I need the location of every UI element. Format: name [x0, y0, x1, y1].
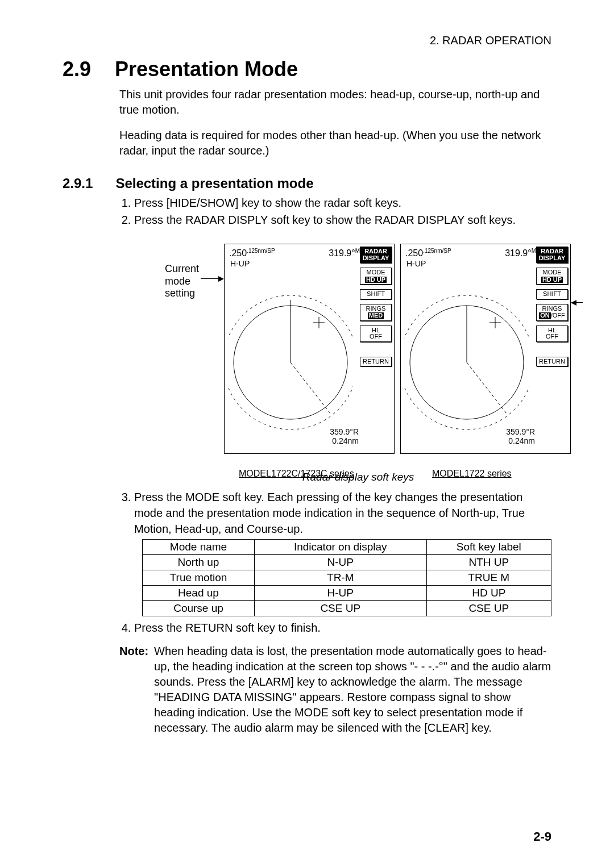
softkey-return[interactable]: RETURN: [536, 357, 568, 367]
cell: CSE UP: [255, 601, 427, 616]
table-header: Mode name: [143, 540, 255, 555]
page-number: 2-9: [533, 829, 551, 844]
steps-list-top: Press [HIDE/SHOW] key to show the radar …: [119, 195, 551, 228]
cell: TR-M: [255, 570, 427, 586]
radar-panel-1722c: .250.125nm/SP 319.9°M H-UP: [224, 244, 395, 454]
note-body: When heading data is lost, the presentat…: [154, 644, 551, 736]
softkey-radar-display[interactable]: RADAR DISPLAY: [360, 247, 392, 263]
table-header: Indicator on display: [255, 540, 427, 555]
svg-line-12: [467, 362, 507, 414]
subsection-title: Selecting a presentation mode: [115, 176, 313, 191]
svg-line-6: [291, 362, 330, 414]
step-4: Press the RETURN soft key to finish.: [134, 620, 551, 636]
cell: Head up: [143, 586, 255, 601]
steps-list-four: Press the RETURN soft key to finish.: [119, 620, 551, 636]
softkey-mode[interactable]: MODE HD UP: [536, 268, 568, 285]
table-row: Head up H-UP HD UP: [143, 586, 551, 601]
section-number: 2.9: [63, 57, 91, 81]
arrow-icon: [571, 302, 583, 303]
softkey-rings[interactable]: RINGS MED: [360, 304, 392, 321]
step-2: Press the RADAR DISPLY soft key to show …: [134, 212, 551, 228]
steps-list-bottom: Press the MODE soft key. Each pressing o…: [119, 489, 551, 537]
cell: North up: [143, 555, 255, 570]
radar-sweep-icon: [404, 266, 529, 448]
softkey-shift[interactable]: SHIFT: [360, 289, 392, 299]
section-heading: 2.9 Presentation Mode: [63, 57, 551, 81]
cell: H-UP: [255, 586, 427, 601]
cell: True motion: [143, 570, 255, 586]
subsection-number: 2.9.1: [63, 176, 93, 191]
softkey-mode[interactable]: MODE HD UP: [360, 268, 392, 285]
subsection-heading: 2.9.1 Selecting a presentation mode: [63, 176, 551, 191]
current-mode-setting-label: Current mode setting: [165, 263, 199, 300]
softkey-column: RADAR DISPLAY MODE HD UP SHIFT RINGS MED…: [360, 247, 392, 366]
radar-diagram: Current mode setting .250.125nm/SP 319.9…: [165, 236, 551, 486]
bearing-block: 359.9°R 0.24nm: [330, 428, 359, 445]
cell: Course up: [143, 601, 255, 616]
note-block: Note: When heading data is lost, the pre…: [119, 644, 551, 736]
range-readout: .250.125nm/SP: [405, 248, 451, 258]
step-3: Press the MODE soft key. Each pressing o…: [134, 489, 551, 537]
cell: N-UP: [255, 555, 427, 570]
softkey-return[interactable]: RETURN: [360, 357, 392, 367]
softkey-column: RADAR DISPLAY MODE HD UP SHIFT RINGS ON/…: [536, 247, 568, 366]
cell: TRUE M: [426, 570, 551, 586]
table-row: Course up CSE UP CSE UP: [143, 601, 551, 616]
cell: CSE UP: [426, 601, 551, 616]
range-readout: .250.125nm/SP: [229, 248, 275, 258]
bearing-block: 359.9°R 0.24nm: [506, 428, 535, 445]
table-row: North up N-UP NTH UP: [143, 555, 551, 570]
intro-paragraph-1: This unit provides four radar presentati…: [119, 87, 551, 118]
mode-table: Mode name Indicator on display Soft key …: [142, 539, 551, 616]
heading-readout: 319.9°M: [329, 248, 360, 258]
softkey-hl[interactable]: HL OFF: [536, 326, 568, 342]
heading-readout: 319.9°M: [505, 248, 536, 258]
cell: HD UP: [426, 586, 551, 601]
softkey-radar-display[interactable]: RADAR DISPLAY: [536, 247, 568, 263]
intro-paragraph-2: Heading data is required for modes other…: [119, 128, 551, 158]
softkey-rings[interactable]: RINGS ON/OFF: [536, 304, 568, 321]
diagram-caption: Radar display soft keys: [165, 471, 551, 483]
note-label: Note:: [119, 644, 148, 736]
table-row: True motion TR-M TRUE M: [143, 570, 551, 586]
softkey-hl[interactable]: HL OFF: [360, 326, 392, 342]
radar-panel-1722: .250.125nm/SP 319.9°M H-UP: [400, 244, 571, 454]
running-head: 2. RADAR OPERATION: [63, 34, 551, 47]
table-header: Soft key label: [426, 540, 551, 555]
cell: NTH UP: [426, 555, 551, 570]
table-header-row: Mode name Indicator on display Soft key …: [143, 540, 551, 555]
radar-sweep-icon: [228, 266, 353, 448]
section-title: Presentation Mode: [115, 57, 298, 81]
step-1: Press [HIDE/SHOW] key to show the radar …: [134, 195, 551, 211]
softkey-shift[interactable]: SHIFT: [536, 289, 568, 299]
arrow-icon: [201, 278, 223, 279]
